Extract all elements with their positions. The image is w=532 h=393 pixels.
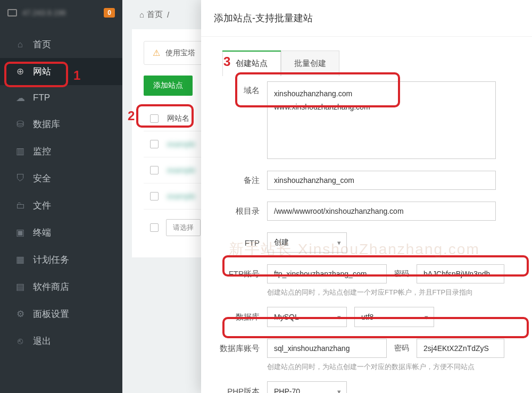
gear-icon: ⚙ [15, 309, 26, 320]
row-root: 根目录 [201, 202, 521, 221]
monitor-icon [7, 9, 17, 16]
nav-label: 文件 [33, 199, 51, 212]
nav-label: 面板设置 [33, 308, 69, 320]
row-note: 备注 [201, 171, 521, 190]
warning-icon: ⚠ [153, 48, 160, 58]
note-input[interactable] [267, 171, 496, 190]
blurred-text: example [167, 140, 195, 148]
breadcrumb-sep: / [167, 10, 169, 19]
annotation-number-2: 2 [128, 108, 135, 123]
row-db-account: 数据库账号 密码 [201, 339, 521, 358]
chart-icon: ▥ [15, 146, 26, 157]
site-form: 域名 备注 根目录 FTP 创建 FTP账号 密码 创建站点的同时，为站点创建一… [201, 76, 532, 393]
label-ftp-password: 密码 [394, 269, 409, 279]
shield-icon: ⛉ [15, 173, 26, 184]
nav-label: 监控 [33, 145, 51, 157]
nav-label: 数据库 [33, 118, 60, 130]
warning-text: 使用宝塔 [165, 48, 195, 58]
label-php: PHP版本 [201, 387, 260, 394]
nav-label: 网站 [33, 65, 51, 78]
sidebar-item-website[interactable]: ⊕网站 [0, 58, 122, 85]
sidebar-item-security[interactable]: ⛉安全 [0, 165, 122, 192]
modal-tabs: 创建站点 批量创建 [222, 51, 532, 76]
exit-icon: ⎋ [15, 336, 26, 347]
row-checkbox[interactable] [150, 192, 159, 200]
tab-create-site[interactable]: 创建站点 [222, 51, 281, 76]
row-php: PHP版本 PHP-70 [201, 381, 521, 393]
row-ftp-account: FTP账号 密码 [201, 264, 521, 283]
nav-label: 软件商店 [33, 281, 69, 293]
row-checkbox[interactable] [150, 166, 159, 174]
sidebar-item-settings[interactable]: ⚙面板设置 [0, 300, 122, 328]
root-input[interactable] [267, 202, 496, 221]
add-site-button[interactable]: 添加站点 [144, 76, 193, 96]
calendar-icon: ▦ [15, 255, 26, 265]
nav-label: FTP [33, 93, 50, 103]
annotation-number-3: 3 [223, 54, 230, 69]
folder-icon: 🗀 [15, 200, 26, 211]
ftp-pass-input[interactable] [417, 264, 504, 283]
home-icon: ⌂ [15, 39, 26, 50]
nav-label: 首页 [33, 38, 51, 51]
label-db-password: 密码 [394, 344, 409, 353]
ftp-select[interactable]: 创建 [267, 232, 347, 253]
nav-label: 退出 [33, 335, 51, 347]
select-all-checkbox[interactable] [150, 114, 159, 123]
ftp-hint: 创建站点的同时，为站点创建一个对应FTP帐户，并且FTP目录指向 [267, 288, 521, 297]
label-ftp: FTP [201, 238, 260, 247]
tab-batch-create[interactable]: 批量创建 [281, 51, 339, 76]
sidebar-item-home[interactable]: ⌂首页 [0, 31, 122, 58]
label-db-account: 数据库账号 [201, 344, 260, 354]
blurred-text: example [167, 192, 195, 200]
sidebar-item-logout[interactable]: ⎋退出 [0, 328, 122, 355]
sidebar-header: 47.243.9.196 0 [0, 0, 122, 26]
database-icon: ⛁ [15, 119, 26, 130]
sidebar-item-files[interactable]: 🗀文件 [0, 192, 122, 219]
col-sitename: 网站名 [167, 114, 189, 123]
breadcrumb-home[interactable]: ⌂首页 [139, 10, 163, 20]
nav-label: 安全 [33, 172, 51, 185]
sidebar-item-cron[interactable]: ▦计划任务 [0, 246, 122, 273]
sidebar-item-database[interactable]: ⛁数据库 [0, 111, 122, 138]
cloud-icon: ☁ [15, 93, 26, 103]
nav-list: ⌂首页 ⊕网站 ☁FTP ⛁数据库 ▥监控 ⛉安全 🗀文件 ▣终端 ▦计划任务 … [0, 26, 122, 355]
add-site-modal: 添加站点-支持批量建站 创建站点 批量创建 域名 备注 根目录 FTP 创建 F… [201, 0, 532, 393]
label-database: 数据库 [201, 312, 260, 322]
nav-label: 终端 [33, 227, 51, 239]
row-checkbox[interactable] [150, 140, 159, 148]
db-charset-select[interactable]: utf8 [354, 307, 434, 327]
label-ftp-account: FTP账号 [201, 269, 260, 279]
sidebar-item-terminal[interactable]: ▣终端 [0, 219, 122, 246]
db-type-select[interactable]: MySQL [267, 307, 347, 327]
grid-icon: ▤ [15, 282, 26, 292]
sidebar: 47.243.9.196 0 ⌂首页 ⊕网站 ☁FTP ⛁数据库 ▥监控 ⛉安全… [0, 0, 122, 393]
label-domain: 域名 [201, 81, 260, 96]
server-ip: 47.243.9.196 [22, 9, 66, 17]
annotation-number-1: 1 [73, 68, 80, 83]
db-user-input[interactable] [267, 339, 387, 358]
terminal-icon: ▣ [15, 228, 26, 238]
nav-label: 计划任务 [33, 254, 69, 266]
db-pass-input[interactable] [417, 339, 504, 358]
row-ftp: FTP 创建 [201, 232, 521, 253]
modal-title: 添加站点-支持批量建站 [201, 0, 532, 37]
checkbox[interactable] [150, 223, 159, 232]
php-version-select[interactable]: PHP-70 [267, 381, 347, 393]
globe-icon: ⊕ [15, 66, 26, 77]
sidebar-item-ftp[interactable]: ☁FTP [0, 85, 122, 111]
ftp-user-input[interactable] [267, 264, 387, 283]
db-hint: 创建站点的同时，为站点创建一个对应的数据库帐户，方便不同站点 [267, 362, 521, 372]
label-root: 根目录 [201, 206, 260, 216]
sidebar-item-software[interactable]: ▤软件商店 [0, 273, 122, 300]
row-domain: 域名 [201, 81, 521, 159]
blurred-text: example [167, 166, 195, 174]
notification-badge[interactable]: 0 [104, 8, 115, 18]
sidebar-item-monitor[interactable]: ▥监控 [0, 138, 122, 165]
home-icon: ⌂ [139, 10, 144, 19]
batch-action-select[interactable]: 请选择 [166, 219, 201, 236]
row-database: 数据库 MySQL utf8 [201, 307, 521, 327]
label-note: 备注 [201, 175, 260, 186]
domain-textarea[interactable] [267, 81, 496, 159]
